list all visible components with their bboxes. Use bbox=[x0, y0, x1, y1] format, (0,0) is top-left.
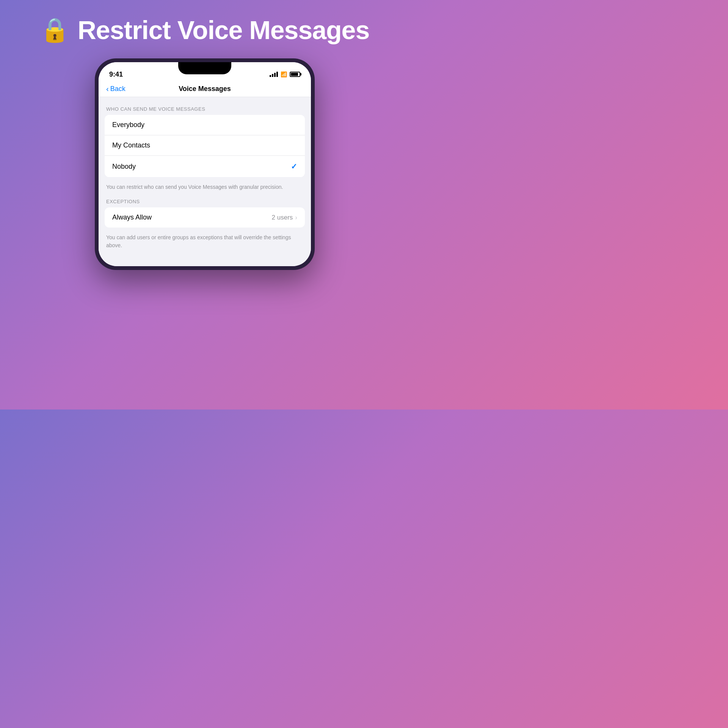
phone-mockup: 9:41 📶 ‹ Back bbox=[95, 58, 315, 270]
back-label[interactable]: Back bbox=[110, 85, 126, 93]
signal-bars-icon bbox=[270, 72, 278, 77]
always-allow-label: Always Allow bbox=[112, 213, 152, 221]
option-nobody-label: Nobody bbox=[112, 163, 136, 171]
chevron-right-icon: › bbox=[295, 214, 297, 221]
screen-content: WHO CAN SEND ME VOICE MESSAGES Everybody… bbox=[99, 97, 311, 266]
page-title: Restrict Voice Messages bbox=[78, 15, 369, 45]
nav-bar: ‹ Back Voice Messages bbox=[99, 81, 311, 97]
section-who-label: WHO CAN SEND ME VOICE MESSAGES bbox=[99, 106, 311, 115]
status-bar: 9:41 📶 bbox=[99, 62, 311, 81]
wifi-icon: 📶 bbox=[281, 71, 287, 77]
always-allow-right: 2 users › bbox=[272, 214, 297, 221]
option-my-contacts[interactable]: My Contacts bbox=[105, 135, 305, 156]
lock-icon: 🔒 bbox=[40, 18, 69, 42]
signal-bar-4 bbox=[276, 72, 278, 77]
signal-bar-2 bbox=[272, 74, 273, 77]
battery-fill bbox=[291, 73, 298, 76]
always-allow-value: 2 users bbox=[272, 214, 293, 221]
settings-group-who: Everybody My Contacts Nobody ✓ bbox=[105, 115, 305, 177]
battery-icon bbox=[290, 72, 300, 77]
notch bbox=[178, 62, 231, 74]
option-everybody[interactable]: Everybody bbox=[105, 115, 305, 135]
signal-bar-3 bbox=[274, 73, 276, 77]
nav-title: Voice Messages bbox=[179, 85, 231, 93]
who-description: You can restrict who can send you Voice … bbox=[99, 180, 311, 199]
always-allow-row[interactable]: Always Allow 2 users › bbox=[105, 207, 305, 228]
back-button[interactable]: ‹ Back bbox=[106, 85, 126, 93]
signal-bar-1 bbox=[270, 75, 271, 77]
option-nobody[interactable]: Nobody ✓ bbox=[105, 156, 305, 177]
status-time: 9:41 bbox=[109, 71, 123, 78]
option-everybody-label: Everybody bbox=[112, 121, 144, 129]
status-icons: 📶 bbox=[270, 71, 300, 77]
selected-checkmark-icon: ✓ bbox=[291, 162, 297, 171]
exceptions-group: Always Allow 2 users › bbox=[105, 207, 305, 228]
section-exceptions-label: EXCEPTIONS bbox=[99, 199, 311, 207]
exceptions-description: You can add users or entire groups as ex… bbox=[99, 231, 311, 257]
option-my-contacts-label: My Contacts bbox=[112, 141, 150, 149]
phone-screen: 9:41 📶 ‹ Back bbox=[99, 62, 311, 266]
page-title-row: 🔒 Restrict Voice Messages bbox=[40, 15, 369, 45]
back-chevron-icon: ‹ bbox=[106, 85, 109, 93]
